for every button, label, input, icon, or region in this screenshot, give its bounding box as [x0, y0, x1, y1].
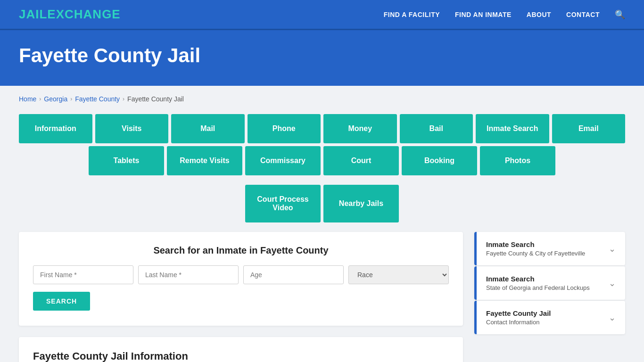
breadcrumb-separator: ›: [39, 96, 41, 102]
grid-btn-commissary[interactable]: Commissary: [245, 146, 321, 175]
age-input[interactable]: [243, 265, 344, 284]
logo-exchange: EXCHANGE: [47, 7, 120, 21]
sidebar-card-header-inmate-search-state[interactable]: Inmate SearchState of Georgia and Federa…: [474, 266, 625, 300]
breadcrumb-separator: ›: [70, 96, 72, 102]
nav-link-about[interactable]: ABOUT: [527, 11, 551, 18]
grid-btn-remote-visits[interactable]: Remote Visits: [167, 146, 242, 175]
grid-btn-court[interactable]: Court: [323, 146, 399, 175]
grid-btn-photos[interactable]: Photos: [480, 146, 555, 175]
search-heading: Search for an Inmate in Fayette County: [33, 245, 449, 256]
breadcrumb: Home›Georgia›Fayette County›Fayette Coun…: [19, 95, 625, 103]
sidebar-card-title: Inmate Search: [486, 240, 585, 248]
sidebar-card-header-inmate-search-local[interactable]: Inmate SearchFayette County & City of Fa…: [474, 232, 625, 265]
hero-section: Fayette County Jail: [0, 30, 644, 86]
grid-btn-tablets[interactable]: Tablets: [89, 146, 164, 175]
chevron-down-icon: ⌄: [609, 313, 616, 323]
sidebar-card-title: Inmate Search: [486, 275, 590, 283]
grid-btn-phone[interactable]: Phone: [248, 114, 321, 143]
grid-btn-money[interactable]: Money: [323, 114, 397, 143]
sidebar-card-inmate-search-local: Inmate SearchFayette County & City of Fa…: [474, 232, 625, 265]
info-section: Fayette County Jail Information: [19, 337, 463, 362]
first-name-input[interactable]: [33, 265, 133, 284]
grid-row3: Court Process VideoNearby Jails: [19, 185, 625, 222]
grid-btn-court-process-video[interactable]: Court Process Video: [245, 185, 321, 222]
breadcrumb-separator: ›: [123, 96, 124, 102]
grid-btn-inmate-search[interactable]: Inmate Search: [476, 114, 549, 143]
sidebar-card-inmate-search-state: Inmate SearchState of Georgia and Federa…: [474, 266, 625, 300]
grid-btn-visits[interactable]: Visits: [95, 114, 169, 143]
grid-row1-row2: InformationVisitsMailPhoneMoneyBailInmat…: [19, 114, 625, 175]
navbar: JAILEXCHANGE FIND A FACILITYFIND AN INMA…: [0, 0, 644, 30]
main-columns: Search for an Inmate in Fayette County R…: [19, 232, 625, 362]
breadcrumb-item-0[interactable]: Home: [19, 95, 36, 103]
sidebar-card-header-contact-info[interactable]: Fayette County JailContact Information⌄: [474, 301, 625, 334]
nav-links: FIND A FACILITYFIND AN INMATEABOUTCONTAC…: [384, 9, 625, 20]
grid-btn-nearby-jails[interactable]: Nearby Jails: [323, 185, 399, 222]
chevron-down-icon: ⌄: [609, 244, 616, 254]
breadcrumb-item-1[interactable]: Georgia: [44, 95, 67, 103]
breadcrumb-current: Fayette County Jail: [127, 95, 184, 103]
logo-jail: JAIL: [19, 7, 47, 21]
page-title: Fayette County Jail: [19, 44, 625, 67]
grid-btn-booking[interactable]: Booking: [402, 146, 477, 175]
nav-link-find-inmate[interactable]: FIND AN INMATE: [455, 11, 512, 18]
grid-btn-mail[interactable]: Mail: [171, 114, 245, 143]
grid-btn-bail[interactable]: Bail: [400, 114, 473, 143]
sidebar-card-subtitle: Contact Information: [486, 319, 551, 326]
grid-btn-information[interactable]: Information: [19, 114, 92, 143]
last-name-input[interactable]: [138, 265, 239, 284]
info-heading: Fayette County Jail Information: [33, 350, 449, 362]
site-logo[interactable]: JAILEXCHANGE: [19, 7, 121, 22]
content-area: Home›Georgia›Fayette County›Fayette Coun…: [0, 86, 644, 362]
sidebar-card-title: Fayette County Jail: [486, 309, 551, 317]
nav-link-contact[interactable]: CONTACT: [566, 11, 600, 18]
race-select[interactable]: RaceWhiteBlackHispanicAsianOther: [348, 265, 449, 284]
sidebar-card-subtitle: Fayette County & City of Fayetteville: [486, 250, 585, 257]
sidebar-card-subtitle: State of Georgia and Federal Lockups: [486, 284, 590, 291]
left-column: Search for an Inmate in Fayette County R…: [19, 232, 463, 362]
breadcrumb-item-2[interactable]: Fayette County: [75, 95, 120, 103]
right-column: Inmate SearchFayette County & City of Fa…: [474, 232, 625, 335]
search-fields: RaceWhiteBlackHispanicAsianOther: [33, 265, 449, 284]
sidebar-card-contact-info: Fayette County JailContact Information⌄: [474, 301, 625, 334]
search-button[interactable]: SEARCH: [33, 292, 90, 311]
grid-btn-email[interactable]: Email: [552, 114, 626, 143]
search-icon[interactable]: 🔍: [615, 9, 625, 20]
inmate-search-box: Search for an Inmate in Fayette County R…: [19, 232, 463, 326]
chevron-down-icon: ⌄: [609, 278, 616, 288]
nav-link-find-facility[interactable]: FIND A FACILITY: [384, 11, 440, 18]
